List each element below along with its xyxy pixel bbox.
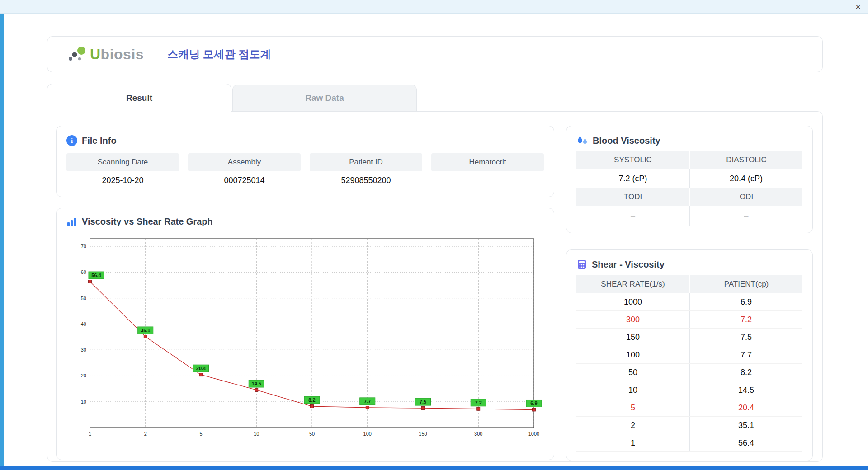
svg-text:10: 10 [81, 399, 86, 404]
ubiosis-logo-icon [66, 45, 87, 64]
file-info-card: i File Info Scanning Date2025-10-20Assem… [56, 126, 554, 197]
shear-rate-column-header: SHEAR RATE(1/s) [576, 275, 689, 293]
svg-text:40: 40 [81, 321, 86, 327]
shear-table-body: 10006.93007.21507.51007.7508.21014.5520.… [576, 293, 802, 452]
shear-table-row: 508.2 [576, 364, 802, 381]
shear-rate-cell: 10 [576, 381, 689, 399]
bar-chart-icon [66, 217, 77, 227]
shear-rate-cell: 1000 [576, 293, 689, 310]
blood-viscosity-card: Blood Viscosity SYSTOLIC DIASTOLIC 7.2 (… [566, 126, 813, 233]
tab-result[interactable]: Result [47, 84, 231, 112]
patient-cell: 6.9 [689, 293, 802, 310]
window-titlebar: × [0, 0, 868, 14]
field-label: Scanning Date [66, 153, 179, 171]
svg-text:20.4: 20.4 [196, 366, 206, 371]
graph-card: Viscosity vs Shear Rate Graph 1020304050… [56, 208, 554, 460]
blood-viscosity-title: Blood Viscosity [593, 136, 660, 146]
file-info-field: Patient ID52908550200 [310, 153, 422, 190]
patient-cell: 35.1 [689, 417, 802, 434]
field-label: Assembly [188, 153, 301, 171]
tab-raw-data[interactable]: Raw Data [232, 85, 417, 111]
svg-text:10: 10 [254, 431, 259, 437]
svg-text:2: 2 [144, 431, 147, 437]
bv-header-todi: TODI [576, 188, 689, 206]
svg-text:8.2: 8.2 [308, 397, 315, 403]
patient-cell: 20.4 [689, 399, 802, 416]
svg-text:150: 150 [419, 431, 427, 437]
svg-text:6.9: 6.9 [530, 400, 537, 406]
shear-table-row: 10006.9 [576, 293, 802, 311]
shear-rate-cell: 100 [576, 346, 689, 363]
shear-rate-cell: 50 [576, 364, 689, 381]
patient-column-header: PATIENT(cp) [689, 275, 802, 293]
shear-rate-cell: 2 [576, 417, 689, 434]
ubiosis-logo: Ubiosis [66, 45, 144, 64]
shear-table-row: 156.4 [576, 434, 802, 452]
shear-table-row: 1014.5 [576, 381, 802, 399]
patient-cell: 8.2 [689, 364, 802, 381]
svg-text:7.2: 7.2 [475, 400, 482, 405]
svg-text:30: 30 [81, 347, 86, 352]
file-info-title: File Info [82, 136, 117, 146]
svg-text:100: 100 [363, 431, 372, 437]
patient-cell: 7.5 [689, 329, 802, 346]
svg-text:5: 5 [199, 431, 202, 437]
shear-rate-cell: 1 [576, 434, 689, 451]
patient-cell: 7.2 [689, 311, 802, 328]
bv-header-systolic: SYSTOLIC [576, 151, 689, 169]
bv-value-odi: – [689, 206, 802, 226]
svg-text:7.5: 7.5 [420, 399, 426, 404]
calculator-icon [576, 259, 587, 270]
patient-cell: 56.4 [689, 434, 802, 451]
bv-value-systolic: 7.2 (cP) [576, 169, 689, 188]
app-header: Ubiosis 스캐닝 모세관 점도계 [47, 36, 823, 72]
shear-table-row: 3007.2 [576, 311, 802, 329]
svg-text:70: 70 [81, 244, 86, 249]
window-bottom-border [0, 466, 868, 470]
shear-table-row: 1007.7 [576, 346, 802, 364]
blood-viscosity-table: SYSTOLIC DIASTOLIC 7.2 (cP) 20.4 (cP) TO… [576, 151, 802, 226]
svg-text:50: 50 [309, 431, 315, 437]
svg-text:60: 60 [81, 269, 86, 275]
field-label: Patient ID [310, 153, 422, 171]
shear-table-header: SHEAR RATE(1/s) PATIENT(cp) [576, 275, 802, 293]
patient-cell: 7.7 [689, 346, 802, 363]
shear-viscosity-card: Shear - Viscosity SHEAR RATE(1/s) PATIEN… [566, 249, 813, 461]
shear-table-row: 1507.5 [576, 329, 802, 346]
svg-text:14.5: 14.5 [252, 381, 261, 386]
svg-text:7.7: 7.7 [364, 399, 371, 404]
shear-viscosity-title: Shear - Viscosity [592, 259, 665, 270]
graph-title: Viscosity vs Shear Rate Graph [82, 216, 213, 227]
file-info-field: Assembly000725014 [188, 153, 301, 190]
field-value: 52908550200 [310, 171, 422, 190]
blood-drops-icon [576, 135, 588, 146]
shear-table-row: 235.1 [576, 417, 802, 434]
field-value: 2025-10-20 [66, 171, 179, 190]
svg-text:1: 1 [89, 431, 91, 437]
bv-value-diastolic: 20.4 (cP) [689, 169, 802, 188]
info-icon: i [66, 135, 77, 146]
field-label: Hematocrit [431, 153, 544, 171]
bv-header-odi: ODI [689, 188, 802, 206]
field-value: 000725014 [188, 171, 301, 190]
bv-header-diastolic: DIASTOLIC [689, 151, 802, 169]
file-info-field: Scanning Date2025-10-20 [66, 153, 179, 190]
file-info-fields: Scanning Date2025-10-20Assembly000725014… [66, 153, 544, 190]
svg-text:1000: 1000 [528, 431, 539, 437]
svg-text:300: 300 [474, 431, 482, 437]
shear-rate-cell: 5 [576, 399, 689, 416]
logo-text: Ubiosis [90, 46, 144, 63]
viscosity-chart: 102030405060701251050100150300100056.435… [66, 230, 544, 443]
svg-text:50: 50 [81, 296, 86, 301]
svg-text:56.4: 56.4 [91, 273, 101, 278]
field-value [431, 171, 544, 190]
shear-rate-cell: 150 [576, 329, 689, 346]
svg-text:20: 20 [81, 373, 86, 378]
patient-cell: 14.5 [689, 381, 802, 399]
window-left-border [0, 0, 4, 470]
svg-text:35.1: 35.1 [141, 328, 150, 333]
shear-rate-cell: 300 [576, 311, 689, 328]
file-info-field: Hematocrit [431, 153, 544, 190]
close-icon[interactable]: × [855, 1, 861, 13]
shear-table-row: 520.4 [576, 399, 802, 417]
